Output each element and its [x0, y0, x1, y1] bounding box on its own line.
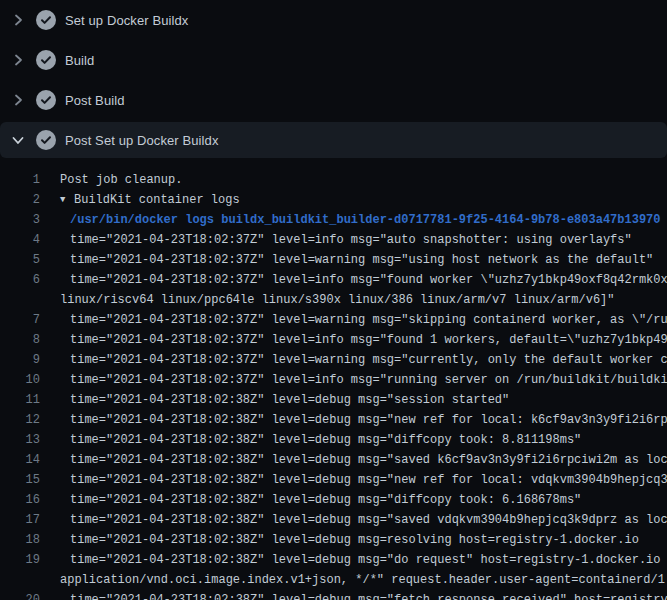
log-line: 7 time="2021-04-23T18:02:37Z" level=warn…	[0, 310, 667, 330]
step-label: Post Set up Docker Buildx	[65, 133, 219, 148]
check-circle-icon	[36, 130, 56, 150]
log-line: 1 Post job cleanup.	[0, 170, 667, 190]
line-number[interactable]: 11	[0, 390, 40, 410]
line-number[interactable]	[0, 290, 40, 310]
log-text: time="2021-04-23T18:02:37Z" level=info m…	[60, 370, 667, 390]
log-line: 11 time="2021-04-23T18:02:38Z" level=deb…	[0, 390, 667, 410]
line-number[interactable]: 16	[0, 490, 40, 510]
line-number[interactable]: 3	[0, 210, 40, 230]
check-circle-icon	[36, 50, 56, 70]
line-number[interactable]	[0, 570, 40, 590]
steps-list: Set up Docker Buildx Build Post Buil	[0, 0, 667, 158]
line-number[interactable]: 8	[0, 330, 40, 350]
log-text: time="2021-04-23T18:02:38Z" level=debug …	[60, 490, 581, 510]
line-number[interactable]: 10	[0, 370, 40, 390]
group-toggle-icon[interactable]: ▼	[60, 190, 74, 210]
log-text: time="2021-04-23T18:02:38Z" level=debug …	[60, 410, 667, 430]
log-text: /usr/bin/docker logs buildx_buildkit_bui…	[60, 210, 661, 230]
log-lines: 1 Post job cleanup. 2 ▼BuildKit containe…	[0, 160, 667, 600]
line-number[interactable]: 12	[0, 410, 40, 430]
step-row-post-build[interactable]: Post Build	[0, 80, 667, 120]
log-text: linux/riscv64 linux/ppc64le linux/s390x …	[60, 290, 615, 310]
log-line: application/vnd.oci.image.index.v1+json,…	[0, 570, 667, 590]
log-line: 6 time="2021-04-23T18:02:37Z" level=info…	[0, 270, 667, 290]
step-row-build[interactable]: Build	[0, 40, 667, 80]
log-line: 9 time="2021-04-23T18:02:37Z" level=warn…	[0, 350, 667, 370]
line-number[interactable]: 17	[0, 510, 40, 530]
log-text: time="2021-04-23T18:02:37Z" level=info m…	[60, 330, 667, 350]
log-line: 2 ▼BuildKit container logs	[0, 190, 667, 210]
log-line: 14 time="2021-04-23T18:02:38Z" level=deb…	[0, 450, 667, 470]
log-line: 19 time="2021-04-23T18:02:38Z" level=deb…	[0, 550, 667, 570]
log-line: 12 time="2021-04-23T18:02:38Z" level=deb…	[0, 410, 667, 430]
step-label: Set up Docker Buildx	[65, 13, 188, 28]
line-number[interactable]: 5	[0, 250, 40, 270]
log-line: 4 time="2021-04-23T18:02:37Z" level=info…	[0, 230, 667, 250]
line-number[interactable]: 7	[0, 310, 40, 330]
log-line: 8 time="2021-04-23T18:02:37Z" level=info…	[0, 330, 667, 350]
check-circle-icon	[36, 10, 56, 30]
line-number[interactable]: 9	[0, 350, 40, 370]
line-number[interactable]: 14	[0, 450, 40, 470]
log-line: 16 time="2021-04-23T18:02:38Z" level=deb…	[0, 490, 667, 510]
log-text: time="2021-04-23T18:02:38Z" level=debug …	[60, 550, 667, 570]
log-line: 15 time="2021-04-23T18:02:38Z" level=deb…	[0, 470, 667, 490]
step-label: Post Build	[65, 93, 125, 108]
line-number[interactable]: 15	[0, 470, 40, 490]
chevron-right-icon[interactable]	[10, 12, 26, 28]
line-number[interactable]: 4	[0, 230, 40, 250]
log-line: 5 time="2021-04-23T18:02:37Z" level=warn…	[0, 250, 667, 270]
log-text: time="2021-04-23T18:02:38Z" level=debug …	[60, 390, 509, 410]
step-row-set-up-docker-buildx[interactable]: Set up Docker Buildx	[0, 0, 667, 40]
log-text: time="2021-04-23T18:02:38Z" level=debug …	[60, 470, 667, 490]
line-number[interactable]: 6	[0, 270, 40, 290]
check-circle-icon	[36, 90, 56, 110]
chevron-right-icon[interactable]	[10, 92, 26, 108]
line-number[interactable]: 2	[0, 190, 40, 210]
log-line: 18 time="2021-04-23T18:02:38Z" level=deb…	[0, 530, 667, 550]
log-line: 13 time="2021-04-23T18:02:38Z" level=deb…	[0, 430, 667, 450]
log-text: time="2021-04-23T18:02:37Z" level=warnin…	[60, 250, 653, 270]
step-row-post-set-up-docker-buildx[interactable]: Post Set up Docker Buildx	[0, 122, 667, 158]
log-line: 20 time="2021-04-23T18:02:38Z" level=deb…	[0, 590, 667, 600]
log-text: application/vnd.oci.image.index.v1+json,…	[60, 570, 667, 590]
log-text: time="2021-04-23T18:02:37Z" level=info m…	[60, 270, 667, 290]
line-number[interactable]: 19	[0, 550, 40, 570]
log-text: time="2021-04-23T18:02:37Z" level=warnin…	[60, 350, 667, 370]
log-text: time="2021-04-23T18:02:37Z" level=warnin…	[60, 310, 667, 330]
log-text: time="2021-04-23T18:02:38Z" level=debug …	[60, 590, 667, 600]
chevron-down-icon[interactable]	[10, 132, 26, 148]
log-line: 3 /usr/bin/docker logs buildx_buildkit_b…	[0, 210, 667, 230]
chevron-right-icon[interactable]	[10, 52, 26, 68]
log-text: time="2021-04-23T18:02:38Z" level=debug …	[60, 510, 667, 530]
log-text: time="2021-04-23T18:02:37Z" level=info m…	[60, 230, 632, 250]
log-line: 10 time="2021-04-23T18:02:37Z" level=inf…	[0, 370, 667, 390]
line-number[interactable]: 18	[0, 530, 40, 550]
line-number[interactable]: 13	[0, 430, 40, 450]
log-text: time="2021-04-23T18:02:38Z" level=debug …	[60, 430, 581, 450]
step-label: Build	[65, 53, 94, 68]
log-line: linux/riscv64 linux/ppc64le linux/s390x …	[0, 290, 667, 310]
line-number[interactable]: 20	[0, 590, 40, 600]
group-label[interactable]: BuildKit container logs	[74, 193, 240, 207]
log-text: time="2021-04-23T18:02:38Z" level=debug …	[60, 530, 639, 550]
log-text: ▼BuildKit container logs	[60, 190, 240, 210]
log-line: 17 time="2021-04-23T18:02:38Z" level=deb…	[0, 510, 667, 530]
log-text: Post job cleanup.	[60, 170, 182, 190]
line-number[interactable]: 1	[0, 170, 40, 190]
log-text: time="2021-04-23T18:02:38Z" level=debug …	[60, 450, 667, 470]
